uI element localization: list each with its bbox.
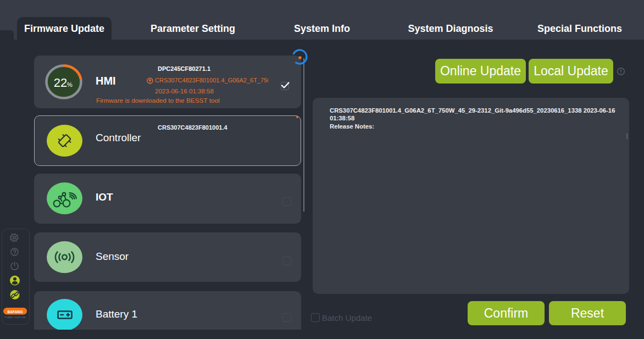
svg-text:BAFANG: BAFANG: [7, 310, 23, 314]
svg-text:POWER YOUR LIFE: POWER YOUR LIFE: [4, 316, 26, 319]
svg-text:%: %: [67, 81, 73, 88]
svg-text:22: 22: [54, 76, 67, 90]
